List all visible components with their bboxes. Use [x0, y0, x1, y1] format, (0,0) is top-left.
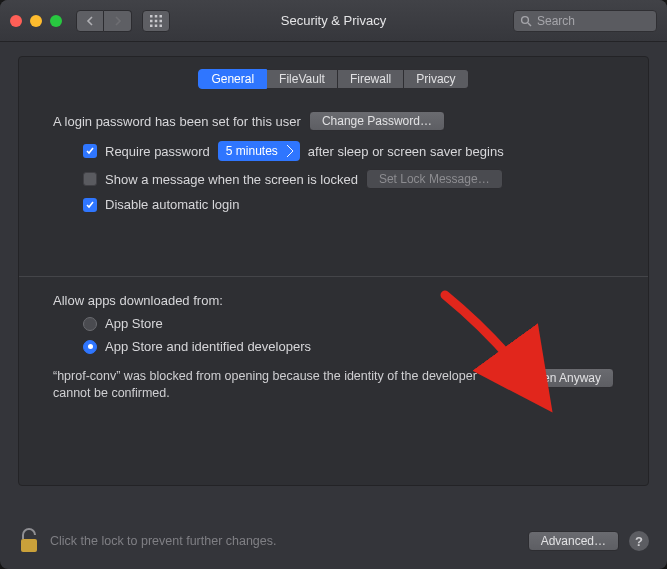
- svg-rect-4: [155, 19, 158, 22]
- tab-general[interactable]: General: [198, 69, 267, 89]
- search-input[interactable]: [537, 14, 667, 28]
- tab-bar: General FileVault Firewall Privacy: [19, 69, 648, 89]
- require-password-delay-select[interactable]: 5 minutes: [218, 141, 300, 161]
- change-password-button[interactable]: Change Password…: [309, 111, 445, 131]
- require-password-suffix: after sleep or screen saver begins: [308, 144, 504, 159]
- login-password-status: A login password has been set for this u…: [53, 114, 301, 129]
- titlebar: Security & Privacy: [0, 0, 667, 42]
- gatekeeper-blocked-message: “hprof-conv” was blocked from opening be…: [53, 368, 500, 402]
- search-icon: [520, 15, 532, 27]
- window-controls: [10, 15, 62, 27]
- svg-rect-7: [155, 24, 158, 27]
- main-panel: General FileVault Firewall Privacy A log…: [18, 56, 649, 486]
- open-anyway-button[interactable]: Open Anyway: [514, 368, 614, 388]
- show-lock-message-checkbox[interactable]: [83, 172, 97, 186]
- gatekeeper-heading: Allow apps downloaded from:: [53, 293, 223, 308]
- require-password-label: Require password: [105, 144, 210, 159]
- tab-firewall[interactable]: Firewall: [338, 69, 404, 89]
- back-button[interactable]: [76, 10, 104, 32]
- gatekeeper-option-appstore-label: App Store: [105, 316, 163, 331]
- gatekeeper-option-appstore[interactable]: [83, 317, 97, 331]
- svg-rect-0: [150, 15, 153, 18]
- show-all-button[interactable]: [142, 10, 170, 32]
- zoom-window-button[interactable]: [50, 15, 62, 27]
- svg-rect-1: [155, 15, 158, 18]
- svg-rect-8: [160, 24, 163, 27]
- set-lock-message-button: Set Lock Message…: [366, 169, 503, 189]
- advanced-button[interactable]: Advanced…: [528, 531, 619, 551]
- content-area: A login password has been set for this u…: [19, 89, 648, 402]
- disable-auto-login-checkbox[interactable]: [83, 198, 97, 212]
- lock-icon[interactable]: [18, 527, 40, 555]
- require-password-checkbox[interactable]: [83, 144, 97, 158]
- svg-line-10: [528, 23, 531, 26]
- svg-rect-6: [150, 24, 153, 27]
- nav-buttons: [76, 10, 132, 32]
- minimize-window-button[interactable]: [30, 15, 42, 27]
- help-button[interactable]: ?: [629, 531, 649, 551]
- svg-rect-3: [150, 19, 153, 22]
- gatekeeper-option-identified[interactable]: [83, 340, 97, 354]
- footer: Click the lock to prevent further change…: [18, 527, 649, 555]
- svg-rect-5: [160, 19, 163, 22]
- close-window-button[interactable]: [10, 15, 22, 27]
- tab-privacy[interactable]: Privacy: [404, 69, 468, 89]
- search-field[interactable]: [513, 10, 657, 32]
- svg-rect-11: [21, 539, 37, 552]
- show-lock-message-label: Show a message when the screen is locked: [105, 172, 358, 187]
- svg-point-9: [522, 16, 529, 23]
- lock-hint: Click the lock to prevent further change…: [50, 534, 277, 548]
- forward-button[interactable]: [104, 10, 132, 32]
- prefs-window: Security & Privacy General FileVault Fir…: [0, 0, 667, 569]
- tab-filevault[interactable]: FileVault: [267, 69, 338, 89]
- disable-auto-login-label: Disable automatic login: [105, 197, 239, 212]
- svg-rect-2: [160, 15, 163, 18]
- section-divider: [19, 276, 648, 277]
- gatekeeper-option-identified-label: App Store and identified developers: [105, 339, 311, 354]
